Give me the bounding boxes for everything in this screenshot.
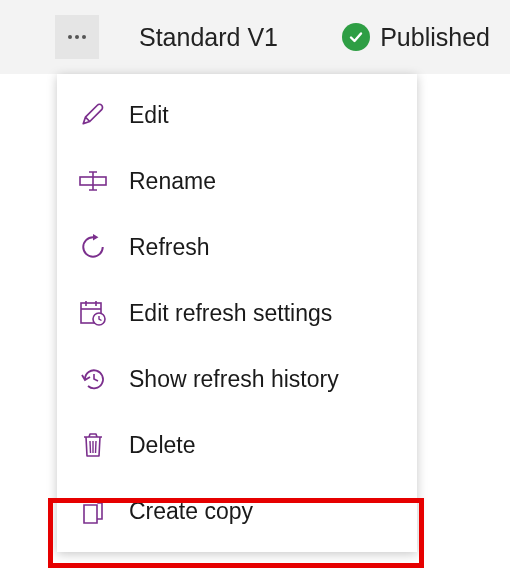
pencil-icon <box>79 101 107 129</box>
svg-line-10 <box>90 441 91 453</box>
copy-icon <box>79 497 107 525</box>
menu-item-edit-refresh-settings[interactable]: Edit refresh settings <box>57 280 417 346</box>
svg-point-2 <box>82 35 86 39</box>
menu-item-label: Create copy <box>129 498 253 525</box>
menu-item-label: Refresh <box>129 234 210 261</box>
item-title: Standard V1 <box>139 23 278 52</box>
status-label: Published <box>380 23 490 52</box>
svg-line-12 <box>96 441 97 453</box>
menu-item-create-copy[interactable]: Create copy <box>57 478 417 544</box>
menu-item-refresh[interactable]: Refresh <box>57 214 417 280</box>
refresh-icon <box>79 233 107 261</box>
menu-item-label: Edit <box>129 102 169 129</box>
menu-item-label: Rename <box>129 168 216 195</box>
menu-item-label: Show refresh history <box>129 366 339 393</box>
calendar-clock-icon <box>79 299 107 327</box>
svg-point-0 <box>68 35 72 39</box>
menu-item-label: Edit refresh settings <box>129 300 332 327</box>
menu-item-edit[interactable]: Edit <box>57 82 417 148</box>
more-options-button[interactable] <box>55 15 99 59</box>
rename-icon <box>79 167 107 195</box>
publish-status: Published <box>342 23 490 52</box>
svg-point-1 <box>75 35 79 39</box>
check-circle-icon <box>342 23 370 51</box>
menu-item-show-refresh-history[interactable]: Show refresh history <box>57 346 417 412</box>
toolbar-header: Standard V1 Published <box>0 0 510 74</box>
menu-item-label: Delete <box>129 432 195 459</box>
ellipsis-icon <box>67 34 87 40</box>
context-menu: Edit Rename Refresh Edit refresh setting… <box>57 74 417 552</box>
trash-icon <box>79 431 107 459</box>
menu-item-rename[interactable]: Rename <box>57 148 417 214</box>
history-icon <box>79 365 107 393</box>
menu-item-delete[interactable]: Delete <box>57 412 417 478</box>
